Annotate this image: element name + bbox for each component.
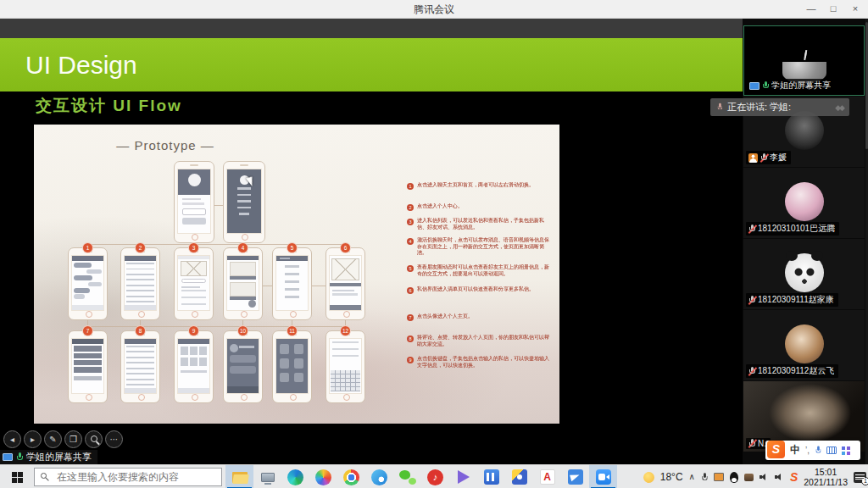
taskbar-app-wechat[interactable]	[393, 465, 421, 488]
phone-mockup-profile	[174, 247, 214, 320]
participant-tile[interactable]: 学姐的屏幕共享	[743, 25, 865, 96]
weather-sun-icon[interactable]	[643, 472, 654, 483]
wireframe-element	[182, 202, 204, 205]
action-center-icon[interactable]: 1	[854, 472, 866, 483]
taskbar-app-potplayer[interactable]	[449, 465, 477, 488]
sogou-tray-icon[interactable]: S	[790, 470, 798, 484]
wireframe-element	[181, 347, 188, 355]
maximize-button[interactable]: □	[822, 0, 844, 19]
taskbar-app-netease-music[interactable]: ♪	[421, 465, 449, 488]
start-button[interactable]	[0, 465, 34, 488]
window-titlebar: 腾讯会议 —□×	[0, 0, 868, 19]
wireframe-element	[237, 200, 251, 202]
taskbar-app-color-wheel-browser[interactable]	[309, 465, 337, 488]
participant-tiles: 学姐的屏幕共享李媛18120310101巴远腾18120309111赵家康181…	[743, 25, 868, 452]
pen-button[interactable]: ✎	[44, 430, 62, 448]
taskbar-app-tencent-meeting[interactable]	[589, 465, 617, 488]
speaking-mic-icon	[717, 103, 723, 111]
participant-tag: 李媛	[746, 151, 791, 164]
wireframe-element	[230, 276, 257, 280]
banner-title: UI Design	[25, 38, 137, 92]
tray-expand-chevron-icon[interactable]: ∧	[689, 472, 695, 481]
volume-icon[interactable]	[760, 473, 769, 482]
panda-avatar	[785, 253, 824, 292]
taskbar-app-acrobat[interactable]: A	[533, 465, 561, 488]
flow-connector	[263, 286, 272, 286]
flow-note: 3进入私信列表，可以发送私信和查看私信，子集包括新私信、好友对话、系统消息。	[407, 218, 553, 230]
taskbar-search-input[interactable]	[34, 468, 222, 486]
mic-muted-slash	[760, 153, 768, 162]
shared-screen-top-strip	[0, 19, 743, 38]
flow-step-badge: 11	[287, 326, 297, 336]
next-button[interactable]: ▸	[24, 430, 42, 448]
wireframe-element	[190, 347, 198, 355]
participant-tile[interactable]: 18120309112赵云飞	[743, 310, 865, 380]
phone-screen	[329, 338, 362, 394]
note-number-badge: 6	[407, 287, 414, 294]
magnifier-button[interactable]	[85, 430, 103, 448]
mic-muted-icon	[748, 439, 755, 448]
participant-name: 李媛	[770, 152, 787, 164]
ime-toolbar[interactable]: S 中 ’,	[765, 441, 860, 460]
clock-date: 2021/11/13	[804, 477, 848, 487]
flow-note: 2点击进入个人中心。	[407, 203, 553, 211]
ime-punctuation-toggle[interactable]: ’,	[805, 446, 810, 455]
screen-share-icon	[3, 453, 13, 461]
mic-muted-slash	[748, 367, 756, 375]
sogou-logo-icon[interactable]: S	[767, 441, 785, 458]
close-button[interactable]: ×	[844, 0, 866, 19]
note-number-badge: 7	[407, 314, 414, 321]
phone-screen	[71, 255, 104, 311]
taskbar-app-qq-browser[interactable]	[365, 465, 393, 488]
wireframe-element	[230, 297, 257, 300]
wireframe-element	[181, 261, 206, 276]
ime-mode-toggle[interactable]: 中	[790, 443, 800, 458]
phone-screen	[226, 338, 259, 394]
participant-tile[interactable]: 18120309111赵家康	[743, 239, 865, 309]
participant-tile[interactable]: 18120310101巴远腾	[743, 168, 865, 238]
system-tray: 18°C ∧ S 15:01 2021/11/13 1	[643, 465, 866, 488]
qq-penguin-icon[interactable]	[730, 472, 738, 483]
taskbar-clock[interactable]: 15:01 2021/11/13	[804, 467, 848, 487]
flow-connector	[87, 326, 346, 327]
taskbar-app-video-app[interactable]	[477, 465, 505, 488]
taskbar-app-bird-app[interactable]	[561, 465, 589, 488]
minimize-button[interactable]: —	[800, 0, 822, 19]
toast-watermark: ◆◆	[835, 103, 843, 112]
phone-mockup-cards	[223, 247, 263, 320]
wireframe-element	[239, 213, 249, 215]
wireframe-element	[178, 339, 209, 344]
ime-mic-icon[interactable]	[815, 446, 821, 455]
flow-step-badge: 9	[189, 326, 198, 336]
taskbar-app-screen-tool[interactable]	[253, 465, 281, 488]
annotation-toolbar: ◂▸✎❐⋯	[3, 430, 123, 448]
wireframe-element	[230, 366, 256, 374]
ime-menu-icon[interactable]	[842, 446, 845, 450]
screen-share-icon	[749, 82, 760, 90]
wireframe-element	[199, 347, 207, 355]
weather-temperature[interactable]: 18°C	[660, 471, 683, 483]
wireframe-element	[280, 344, 288, 354]
windows-taskbar: ♪A 18°C ∧ S 15:01 2021/11/13 1	[0, 464, 868, 488]
mic-muted-slash	[748, 439, 756, 447]
prev-button[interactable]: ◂	[3, 430, 21, 448]
ime-keyboard-icon[interactable]	[826, 446, 837, 454]
taskbar-app-file-explorer[interactable]	[225, 465, 253, 488]
wireframe-element	[227, 256, 259, 260]
taskbar-app-chrome[interactable]	[337, 465, 365, 488]
tencent-meeting-icon	[596, 469, 611, 485]
taskbar-app-dict-app[interactable]	[505, 465, 533, 488]
pages-button[interactable]: ❐	[64, 430, 82, 448]
audio-device-icon[interactable]	[775, 473, 784, 482]
tray-app-icon[interactable]	[714, 473, 724, 481]
netease-music-icon: ♪	[427, 469, 443, 485]
tray-mic-icon[interactable]	[701, 473, 708, 481]
tray-utility-icon[interactable]	[744, 474, 754, 481]
phone-screen	[177, 338, 210, 394]
taskbar-app-edge[interactable]	[281, 465, 309, 488]
participant-tag: 18120310101巴远腾	[746, 222, 839, 236]
file-explorer-icon	[232, 472, 248, 483]
mic-muted-icon	[748, 296, 755, 305]
phone-screen	[275, 338, 309, 394]
more-button[interactable]: ⋯	[105, 430, 123, 448]
